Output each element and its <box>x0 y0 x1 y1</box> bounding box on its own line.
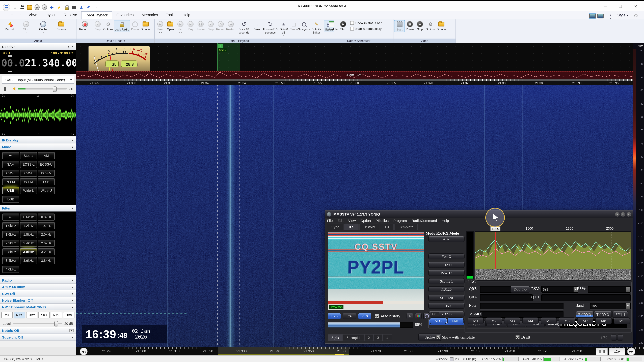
notch-header[interactable]: Notch: Off▼ <box>0 327 76 334</box>
mmsstv-tab[interactable]: TX <box>380 224 394 230</box>
data-record-options-button[interactable]: ⚙Options <box>103 20 114 31</box>
rgb-adjust-icon[interactable] <box>415 313 422 319</box>
monitor-2-icon[interactable] <box>598 14 604 18</box>
playback-navigator-button[interactable]: Navigator <box>299 20 309 31</box>
equalizer-icon[interactable] <box>3 87 8 91</box>
audio-cache-button[interactable]: Cache▼ <box>34 20 52 33</box>
volume-slider[interactable] <box>18 88 67 89</box>
collapse-icon[interactable]: ▼ <box>67 45 70 48</box>
mode-button[interactable]: BC-FM <box>38 170 55 177</box>
playback-restart-button[interactable]: |◀Restart <box>226 20 236 31</box>
auto-history-checkbox[interactable] <box>375 314 379 318</box>
playback-repeat-button[interactable]: ↻Repeat <box>216 20 226 31</box>
sstv-mode-button[interactable]: Scottie 1 <box>428 278 464 284</box>
nr-button[interactable]: Off <box>1 312 13 319</box>
playback-datafile-editor-button[interactable]: ✎Datafile Editor <box>309 20 324 34</box>
qrz-input[interactable] <box>480 286 512 293</box>
sstv-mode-button[interactable]: SC2 120 <box>428 295 464 301</box>
filter-button[interactable]: 3.2kHz <box>38 248 55 255</box>
digit-up-spinner[interactable] <box>8 55 12 57</box>
menu-item[interactable]: Rec/Playback <box>81 11 112 19</box>
dgt-yq-button[interactable]: DGT YQ <box>510 286 530 293</box>
scheduler-schedule-button[interactable]: Schedule <box>325 20 338 31</box>
pix-tab[interactable]: S.pix <box>328 334 343 341</box>
mmsstv-menu-item[interactable]: PRofiles <box>376 219 388 223</box>
speaker-button[interactable]: ◀))) <box>80 348 88 355</box>
nr-button[interactable]: NR4 <box>51 312 62 319</box>
scheduler-start-button[interactable]: ▶Start <box>338 20 348 31</box>
spectrum-trace-band[interactable]: Ham 15m <box>76 71 632 79</box>
rsc-button[interactable]: RSc <box>343 313 356 320</box>
waterfall-db-scale[interactable]: Auto -40-45-50-55-60-65-70-75-80-85-90-9… <box>632 43 644 347</box>
qra-input[interactable] <box>480 294 533 301</box>
filter-button[interactable]: 0.6kHz <box>20 214 37 221</box>
filter-button[interactable]: 1.2kHz <box>20 222 37 229</box>
filter-button[interactable]: 1.0kHz <box>2 222 19 229</box>
speaker-icon[interactable] <box>11 87 16 91</box>
playback-stop-button[interactable]: ■Stop <box>206 20 216 31</box>
playback-center-button[interactable]: ◫Center <box>289 20 299 31</box>
mmsstv-tab[interactable]: Template <box>394 224 418 230</box>
sstv-mode-button[interactable]: PD290 <box>428 262 464 268</box>
afc-button[interactable]: AFC <box>430 318 446 324</box>
show-with-template-checkbox[interactable] <box>436 335 440 339</box>
playback-prev-button[interactable]: ▶Prev◄◄ <box>155 20 165 33</box>
magnifier-icon[interactable] <box>423 313 430 319</box>
show-in-status-bar-checkbox[interactable]: Show in status bar <box>350 21 382 25</box>
menu-item[interactable]: Help <box>178 11 194 19</box>
filter-button[interactable]: 2.2kHz <box>2 240 19 247</box>
spin-arrows-icon[interactable]: ▲▼ <box>609 13 612 20</box>
lms-button[interactable]: LMS <box>448 318 464 324</box>
pix-tab[interactable]: 4 <box>383 334 392 341</box>
filter-button[interactable]: 2.6kHz <box>38 240 55 247</box>
filter-button[interactable]: 2.4kHz <box>20 240 37 247</box>
playback-play-button[interactable]: ▶Play <box>186 20 196 31</box>
playback-pause-button[interactable]: ▮▮Pause <box>196 20 206 31</box>
memo-button[interactable]: M4 <box>522 318 539 324</box>
filter-button[interactable]: 0.8kHz <box>38 214 55 221</box>
playback-seek-button[interactable]: ⇔Seek▼ <box>252 20 262 33</box>
mode-button[interactable]: Step ≡ <box>20 152 37 159</box>
mode-button[interactable]: ECSS-L <box>20 161 37 168</box>
rsve-select[interactable]: 595▼ <box>541 286 578 293</box>
mmsstv-tab[interactable]: Sync <box>327 224 344 230</box>
memo-button[interactable]: M3 <box>504 318 520 324</box>
fast-forward-button[interactable]: ▶▶ <box>627 348 635 355</box>
memo-button[interactable]: M1 <box>468 318 484 324</box>
video-options-button[interactable]: ⚙Options <box>425 20 436 31</box>
pix-tab[interactable]: 3 <box>374 334 383 341</box>
sstv-mode-button[interactable]: PD120 <box>428 286 464 292</box>
mode-button[interactable]: AM <box>38 152 55 159</box>
mmsstv-menu-item[interactable]: Option <box>360 219 371 223</box>
mode-button[interactable]: N-FM <box>2 178 19 185</box>
menu-item[interactable]: Memories <box>138 11 162 19</box>
pager-prev-button[interactable]: ‹ <box>611 335 617 341</box>
audio-stop-button[interactable]: ■Stop▼ <box>18 20 34 33</box>
if-display-header[interactable]: IF Display▼ <box>0 137 76 143</box>
video-pause-button[interactable]: ▮▮Pause <box>405 20 415 31</box>
menu-item[interactable]: Tools <box>162 11 178 19</box>
band-select[interactable]: 10M▼ <box>590 303 630 309</box>
mode-button[interactable]: Wide-L <box>20 187 37 194</box>
mmsstv-close-button[interactable]: × <box>626 212 631 216</box>
memo-button[interactable]: M8 <box>595 318 612 324</box>
nr-button[interactable]: NR1 <box>14 312 25 319</box>
sstv-mode-button[interactable]: PD50 <box>428 303 464 309</box>
cw-header[interactable]: CW: Off▼ <box>0 290 76 297</box>
nr-button[interactable]: NR5 <box>63 312 74 319</box>
note-input[interactable] <box>480 303 564 309</box>
start-automatically-checkbox[interactable]: Start automatically <box>350 27 382 30</box>
rsvr-select[interactable]: ▼ <box>588 286 630 293</box>
draft-checkbox[interactable] <box>516 335 520 339</box>
mmsstv-tab[interactable]: History <box>359 224 379 230</box>
nr1-header[interactable]: NR1: Ephraim Malah 20dB▲ <box>0 304 76 310</box>
memo-button[interactable]: M2 <box>486 318 502 324</box>
close-button[interactable]: ✕ <box>630 3 641 9</box>
pix-tab[interactable]: 2 <box>364 334 374 341</box>
filter-header[interactable]: Filter▲ <box>0 205 76 212</box>
data-record-stop-button[interactable]: ■Stop <box>92 20 103 31</box>
filter-button[interactable]: 2.8kHz <box>2 248 19 255</box>
mode-button[interactable]: SAM <box>2 161 19 168</box>
menu-item[interactable]: Layout <box>40 11 60 19</box>
mode-header[interactable]: Mode▲ <box>0 143 76 150</box>
